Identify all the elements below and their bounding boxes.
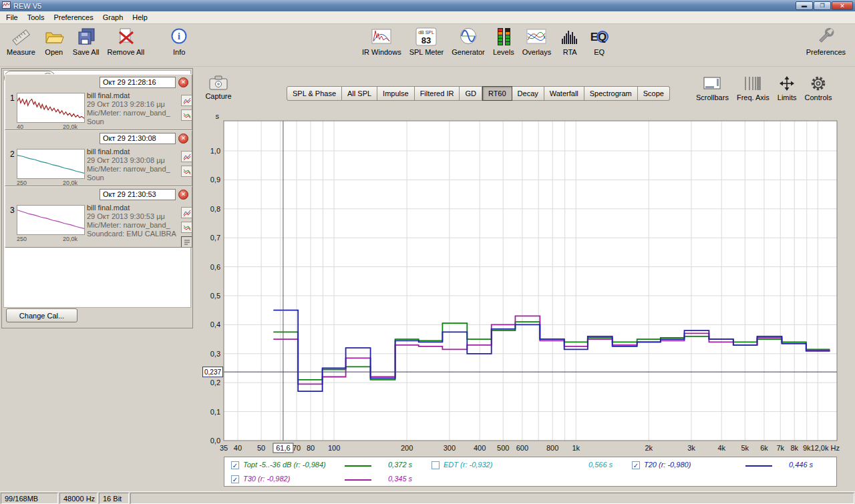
legend-label-topt: Topt -5..-36 dB (r: -0,984) [243, 461, 326, 469]
legend-line-sample-t20 [745, 465, 772, 467]
measurement-card-2[interactable]: 2 Окт 29 21:30:08 ✕ 250 20,0k bill final… [5, 130, 192, 186]
remove-measurement-icon[interactable]: ✕ [178, 77, 188, 87]
svg-text:s: s [216, 112, 220, 120]
svg-text:0,237: 0,237 [204, 368, 221, 376]
memory-status: 99/168MB [1, 493, 58, 504]
controls-button[interactable]: Controls [801, 73, 836, 103]
remove-measurement-icon[interactable]: ✕ [178, 134, 188, 144]
menu-tools[interactable]: Tools [23, 12, 49, 23]
window-title: REW V5 [13, 2, 41, 10]
generator-icon [458, 27, 478, 47]
measurement-file: bill final.mdat [87, 91, 130, 99]
svg-text:200: 200 [401, 444, 413, 452]
tab-filtered-ir[interactable]: Filtered IR [415, 86, 460, 101]
svg-text:12,0k Hz: 12,0k Hz [811, 444, 840, 452]
menubar: File Tools Preferences Graph Help [0, 11, 855, 24]
tab-impulse[interactable]: Impulse [377, 86, 415, 101]
legend-value-t30: 0,345 s [388, 475, 412, 483]
measurement-card-3[interactable]: 3 Окт 29 21:30:53 ✕ 250 20,0k bill final… [5, 186, 192, 248]
legend-label-edt: EDT (r: -0,932) [444, 461, 492, 469]
measurement-thumbnail[interactable] [17, 149, 85, 179]
open-folder-icon [44, 27, 64, 47]
titlebar: REW V5 ▬ ❐ ✕ [0, 0, 855, 11]
legend-checkbox-edt[interactable] [432, 461, 440, 469]
measurement-notes-icon[interactable] [181, 236, 192, 248]
legend-checkbox-topt[interactable]: ✓ [231, 461, 239, 469]
info-button[interactable]: i Info [164, 26, 194, 57]
remove-all-button[interactable]: Remove All [104, 26, 149, 57]
measurement-style-icon[interactable] [181, 166, 192, 177]
svg-text:100: 100 [328, 444, 340, 452]
eq-button[interactable]: EQ EQ [584, 26, 614, 57]
scrollbars-button[interactable]: Scrollbars [692, 73, 733, 103]
svg-text:70: 70 [293, 444, 301, 452]
measurement-date-field[interactable]: Окт 29 21:30:08 [100, 133, 176, 144]
tab-all-spl[interactable]: All SPL [342, 86, 377, 101]
capture-button[interactable]: Capture [202, 75, 235, 100]
svg-text:0,3: 0,3 [210, 350, 220, 358]
levels-button[interactable]: Levels [489, 26, 518, 57]
limits-label: Limits [778, 93, 797, 101]
freq-axis-button[interactable]: Freq. Axis [733, 73, 774, 103]
tab-rt60[interactable]: RT60 [482, 86, 512, 101]
svg-text:5k: 5k [741, 444, 749, 452]
rta-button[interactable]: RTA [555, 26, 584, 57]
svg-text:0,6: 0,6 [210, 263, 220, 271]
ir-windows-button[interactable]: IR Windows [358, 26, 405, 57]
overlays-button[interactable]: Overlays [518, 26, 555, 57]
menu-help[interactable]: Help [128, 12, 152, 23]
limits-button[interactable]: Limits [774, 73, 801, 103]
tab-decay[interactable]: Decay [512, 86, 544, 101]
measurement-card-1[interactable]: 1 Окт 29 21:28:16 ✕ 40 20,0k bill final.… [5, 74, 192, 130]
freq-axis-icon [743, 75, 762, 92]
close-button[interactable]: ✕ [832, 1, 853, 10]
ir-windows-label: IR Windows [362, 48, 401, 56]
measurement-graph-icon[interactable] [181, 207, 192, 218]
measurement-soundcard: Soundcard: EMU CALIBRA [87, 174, 104, 182]
legend-checkbox-t30[interactable]: ✓ [231, 475, 239, 483]
change-cal-button[interactable]: Change Cal... [6, 308, 77, 322]
svg-text:80: 80 [307, 444, 315, 452]
measurement-date-field[interactable]: Окт 29 21:30:53 [100, 189, 176, 200]
legend-entry-edt: EDT (r: -0,932)0,566 s [432, 461, 631, 471]
tab-spectrogram[interactable]: Spectrogram [584, 86, 638, 101]
tab-scope[interactable]: Scope [638, 86, 670, 101]
measurement-datetime: 29 Окт 2013 9:30:53 μμ [87, 212, 165, 220]
generator-button[interactable]: Generator [448, 26, 489, 57]
remove-measurement-icon[interactable]: ✕ [178, 190, 188, 200]
svg-text:35: 35 [220, 444, 228, 452]
camera-icon [209, 75, 228, 91]
legend-line-sample-t30 [345, 479, 371, 481]
spl-meter-icon: dB SPL 83 [415, 27, 438, 47]
legend-entry-topt: ✓Topt -5..-36 dB (r: -0,984)0,372 s [231, 461, 430, 471]
measurement-style-icon[interactable] [181, 109, 192, 121]
tab-gd[interactable]: GD [460, 86, 482, 101]
minimize-button[interactable]: ▬ [796, 1, 813, 10]
measurement-style-icon[interactable] [181, 222, 192, 233]
legend-checkbox-t20[interactable]: ✓ [632, 461, 640, 469]
measure-button[interactable]: Measure [3, 26, 39, 57]
measurement-file: bill final.mdat [87, 204, 130, 212]
measurement-date-field[interactable]: Окт 29 21:28:16 [100, 77, 176, 88]
preferences-button[interactable]: Preferences [802, 26, 850, 57]
svg-text:EQ: EQ [590, 31, 607, 43]
rt60-chart[interactable]: 0,2370,00,10,20,30,40,50,60,70,80,91,0s3… [202, 112, 843, 454]
svg-text:50: 50 [257, 444, 265, 452]
menu-preferences[interactable]: Preferences [49, 12, 98, 23]
thumb-range-max: 20,0k [63, 236, 77, 242]
measurement-thumbnail[interactable] [17, 93, 85, 123]
tab-spl-phase[interactable]: SPL & Phase [287, 86, 342, 101]
maximize-button[interactable]: ❐ [814, 1, 831, 10]
menu-file[interactable]: File [1, 12, 23, 23]
spl-meter-button[interactable]: dB SPL 83 SPL Meter [405, 26, 448, 57]
measurement-graph-icon[interactable] [181, 151, 192, 162]
measurement-number: 3 [10, 206, 15, 215]
toolbar: Measure Open Save All Remove [0, 24, 855, 67]
menu-graph[interactable]: Graph [98, 12, 128, 23]
graph-header-buttons: Scrollbars Freq. Axis Limits Controls [692, 73, 836, 103]
save-all-button[interactable]: Save All [69, 26, 104, 57]
measurement-thumbnail[interactable] [17, 205, 85, 235]
open-button[interactable]: Open [39, 26, 69, 57]
measurement-graph-icon[interactable] [181, 95, 192, 106]
tab-waterfall[interactable]: Waterfall [544, 86, 584, 101]
